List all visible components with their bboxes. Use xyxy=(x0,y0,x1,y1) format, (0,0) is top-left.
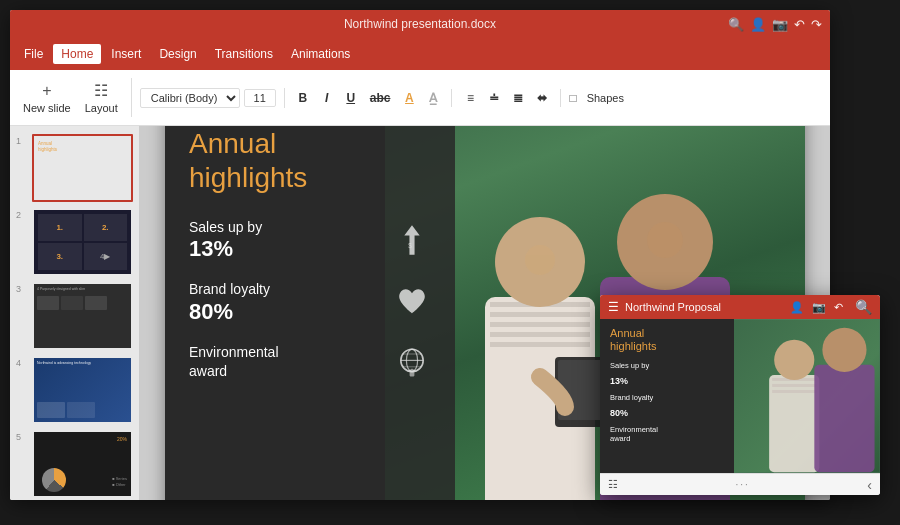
mobile-slide-content: Annualhighlights Sales up by 13% Brand l… xyxy=(600,319,880,473)
nav-back-arrow[interactable]: ‹ xyxy=(867,477,872,493)
heart-icon xyxy=(393,283,431,321)
monitor-icon[interactable]: 📷 xyxy=(772,17,788,32)
slide-image-5[interactable]: 20% ■ Series■ Other xyxy=(32,430,133,498)
slide-content-area: Annual highlights Sales up by 13% $ xyxy=(165,126,455,500)
mobile-window-title: Northwind Proposal xyxy=(625,301,784,313)
svg-rect-30 xyxy=(815,365,875,472)
ribbon-shapes-group: □ Shapes xyxy=(569,90,638,106)
shapes-button[interactable]: Shapes xyxy=(581,90,630,106)
slide-number-4: 4 xyxy=(16,358,28,368)
redo-icon[interactable]: ↷ xyxy=(811,17,822,32)
text-highlight-button[interactable]: A̲ xyxy=(423,89,443,107)
slide-image-2[interactable]: 1. 2. 3. 4▶ xyxy=(32,208,133,276)
svg-rect-22 xyxy=(410,371,415,376)
mobile-undo-icon[interactable]: ↶ xyxy=(834,301,843,314)
hamburger-icon[interactable]: ☰ xyxy=(608,300,619,314)
slide-thumbnail-3[interactable]: 3 4 Purposely designed with slim xyxy=(16,282,133,350)
thumb-5-label: 20% xyxy=(117,436,127,442)
slide-image-3[interactable]: 4 Purposely designed with slim xyxy=(32,282,133,350)
mobile-stat-env: Environmental award xyxy=(610,425,724,443)
mobile-text-area: Annualhighlights Sales up by 13% Brand l… xyxy=(600,319,734,473)
mobile-photo-area xyxy=(734,319,880,473)
user-icon[interactable]: 👤 xyxy=(750,17,766,32)
menu-design[interactable]: Design xyxy=(151,44,204,64)
thumb-4-content: Northwind is advancing technology xyxy=(34,358,131,422)
menu-file[interactable]: File xyxy=(16,44,51,64)
slide-panel: 1 Annualhighlights Sales up by 13%Brand … xyxy=(10,126,140,500)
search-icon[interactable]: 🔍 xyxy=(728,17,744,32)
thumb-5-content: 20% ■ Series■ Other xyxy=(34,432,131,496)
thumb-cell-2: 2. xyxy=(84,214,128,241)
layout-label: Layout xyxy=(85,102,118,114)
ribbon-format-group: B I U abc A A̲ xyxy=(293,89,453,107)
stat-env-text: Environmental award xyxy=(189,343,279,379)
thumb-2-content: 1. 2. 3. 4▶ xyxy=(34,210,131,274)
thumb-3-products xyxy=(37,296,128,310)
align-button[interactable]: ≣ xyxy=(508,89,528,107)
mobile-women-illustration xyxy=(734,319,880,473)
slide-image-4[interactable]: Northwind is advancing technology xyxy=(32,356,133,424)
svg-rect-3 xyxy=(490,312,590,317)
thumb-1-title: Annualhighlights xyxy=(38,141,57,153)
stat-brand-text: Brand loyalty 80% xyxy=(189,280,270,324)
thumb-cell-4: 4▶ xyxy=(84,243,128,270)
font-color-button[interactable]: A xyxy=(399,89,419,107)
mobile-search-icon[interactable]: 🔍 xyxy=(855,299,872,315)
mobile-nav-bar: ☷ ··· ‹ xyxy=(600,473,880,495)
undo-icon[interactable]: ↶ xyxy=(794,17,805,32)
mobile-toolbar: 👤 📷 ↶ xyxy=(790,301,843,314)
menu-transitions[interactable]: Transitions xyxy=(207,44,281,64)
thumb-3-text: 4 Purposely designed with slim xyxy=(37,287,128,292)
bullet-list-button[interactable]: ≡ xyxy=(460,89,480,107)
font-size-input[interactable] xyxy=(244,89,276,107)
slide-thumbnail-2[interactable]: 2 1. 2. 3. 4▶ xyxy=(16,208,133,276)
thumb-3-content: 4 Purposely designed with slim xyxy=(34,284,131,348)
stat-brand-row: Brand loyalty 80% xyxy=(189,280,431,324)
slide-thumbnail-5[interactable]: 5 20% ■ Series■ Other xyxy=(16,430,133,498)
nav-dots: ··· xyxy=(735,479,749,490)
svg-point-29 xyxy=(775,340,815,380)
font-name-select[interactable]: Calibri (Body) xyxy=(140,88,240,108)
slide-number-3: 3 xyxy=(16,284,28,294)
title-bar: Northwind presentation.docx 🔍 👤 📷 ↶ ↷ xyxy=(10,10,830,38)
italic-button[interactable]: I xyxy=(317,89,337,107)
strikethrough-button[interactable]: abc xyxy=(365,89,396,107)
mobile-slide-title: Annualhighlights xyxy=(610,327,724,353)
svg-rect-6 xyxy=(490,342,590,347)
new-slide-button[interactable]: + New slide xyxy=(18,79,76,117)
title-bar-controls: 🔍 👤 📷 ↶ ↷ xyxy=(728,17,822,32)
menu-home[interactable]: Home xyxy=(53,44,101,64)
ribbon-list-group: ≡ ≐ ≣ ⬌ xyxy=(460,89,561,107)
menu-insert[interactable]: Insert xyxy=(103,44,149,64)
svg-rect-28 xyxy=(773,390,817,393)
thumb-cell-3: 3. xyxy=(38,243,82,270)
slide-image-1[interactable]: Annualhighlights Sales up by 13%Brand lo… xyxy=(32,134,133,202)
menu-animations[interactable]: Animations xyxy=(283,44,358,64)
svg-text:$: $ xyxy=(408,243,412,250)
svg-point-14 xyxy=(647,222,683,258)
slide-thumbnail-1[interactable]: 1 Annualhighlights Sales up by 13%Brand … xyxy=(16,134,133,202)
mobile-title-bar: ☰ Northwind Proposal 👤 📷 ↶ 🔍 xyxy=(600,295,880,319)
numbered-list-button[interactable]: ≐ xyxy=(484,89,504,107)
svg-rect-25 xyxy=(770,375,820,472)
bold-button[interactable]: B xyxy=(293,89,313,107)
mobile-monitor-icon[interactable]: 📷 xyxy=(812,301,826,314)
dollar-up-icon: $ xyxy=(393,221,431,259)
underline-button[interactable]: U xyxy=(341,89,361,107)
slide-number-1: 1 xyxy=(16,136,28,146)
mobile-stat-brand: Brand loyalty 80% xyxy=(610,393,724,420)
layout-icon: ☷ xyxy=(94,81,108,100)
thumb-4-text: Northwind is advancing technology xyxy=(37,361,91,366)
new-slide-label: New slide xyxy=(23,102,71,114)
layout-button[interactable]: ☷ Layout xyxy=(80,78,123,117)
slide-main-title: Annual highlights xyxy=(189,127,431,194)
slide-thumbnail-4[interactable]: 4 Northwind is advancing technology xyxy=(16,356,133,424)
stat-sales-text: Sales up by 13% xyxy=(189,218,262,262)
indent-button[interactable]: ⬌ xyxy=(532,89,552,107)
windows-icon[interactable]: ☷ xyxy=(608,478,618,491)
svg-rect-27 xyxy=(773,384,817,387)
menu-bar: File Home Insert Design Transitions Anim… xyxy=(10,38,830,70)
heart-svg xyxy=(396,286,428,318)
mobile-user-icon[interactable]: 👤 xyxy=(790,301,804,314)
slide-number-2: 2 xyxy=(16,210,28,220)
